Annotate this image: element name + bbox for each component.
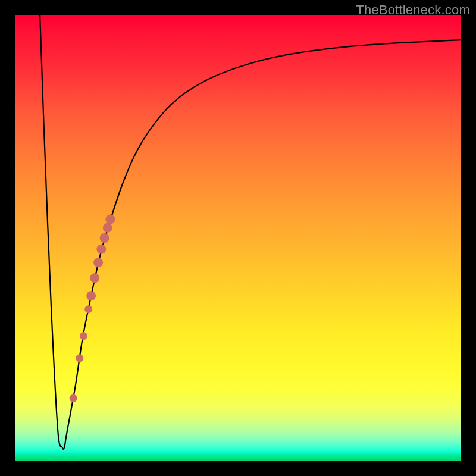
bottleneck-curve — [15, 15, 461, 461]
curve-marker — [93, 258, 103, 267]
curve-marker — [90, 273, 99, 283]
curve-marker — [70, 394, 77, 402]
curve-marker — [80, 332, 87, 340]
curve-markers — [70, 215, 115, 402]
curve-marker — [84, 305, 92, 313]
curve-marker — [76, 354, 83, 362]
curve-path — [40, 15, 461, 449]
curve-marker — [103, 223, 112, 233]
watermark-label: TheBottleneck.com — [356, 2, 470, 18]
chart-frame: TheBottleneck.com — [0, 0, 476, 476]
curve-marker — [86, 291, 96, 300]
curve-marker — [96, 245, 106, 254]
curve-marker — [105, 215, 115, 224]
curve-marker — [100, 233, 109, 243]
